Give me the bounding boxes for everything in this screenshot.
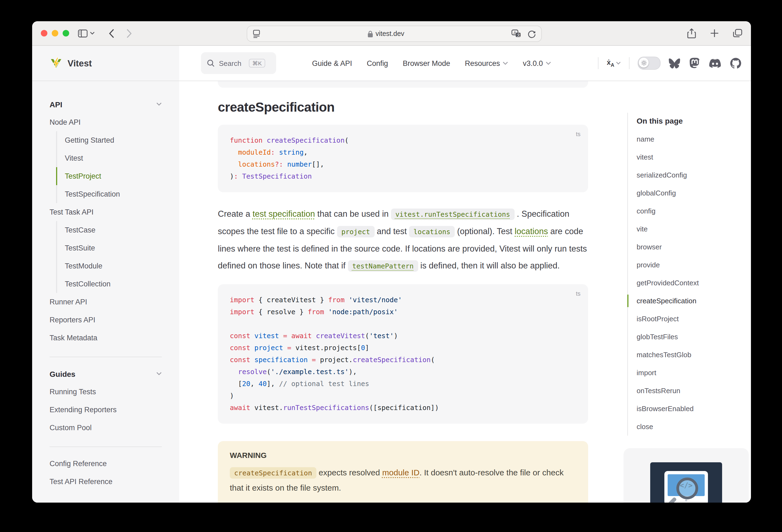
toc-item-onTestsRerun[interactable]: onTestsRerun: [637, 382, 744, 400]
back-button[interactable]: [109, 29, 114, 38]
sidebar-item-testproject[interactable]: TestProject: [56, 167, 162, 185]
toc-item-serializedConfig[interactable]: serializedConfig: [637, 166, 744, 184]
sidebar-item-test-task-api[interactable]: Test Task API: [49, 203, 162, 221]
chevron-down-icon: [503, 61, 508, 65]
warning-callout: WARNING createSpecification expects reso…: [218, 441, 588, 503]
forward-button[interactable]: [126, 29, 132, 38]
sidebar-item-testcase[interactable]: TestCase: [56, 221, 162, 239]
nav-item[interactable]: Browser Mode: [403, 59, 450, 67]
inline-link[interactable]: test specification: [253, 209, 315, 218]
translate-icon: ẋA: [607, 58, 614, 68]
code-lang-badge: ts: [576, 128, 580, 140]
search-icon: [207, 59, 215, 67]
reload-icon[interactable]: [528, 30, 536, 38]
sidebar-group-toggle[interactable]: Guides: [49, 365, 162, 383]
sidebar-item-extending-reporters[interactable]: Extending Reporters: [49, 401, 162, 419]
description-paragraph: Create a test specification that can be …: [218, 205, 588, 275]
sidebar-item-running-tests[interactable]: Running Tests: [49, 383, 162, 401]
search-label: Search: [219, 59, 241, 67]
text-segment: that can be used in: [315, 209, 391, 218]
sidebar-item-runner-api[interactable]: Runner API: [49, 293, 162, 311]
toc-item-globTestFiles[interactable]: globTestFiles: [637, 328, 744, 346]
sidebar-item-custom-pool[interactable]: Custom Pool: [49, 419, 162, 437]
chevron-down-icon: [616, 62, 621, 65]
on-this-page: On this page namevitestserializedConfigg…: [627, 113, 744, 436]
sponsor-ad[interactable]: </>: [624, 448, 749, 503]
close-window-button[interactable]: [41, 30, 47, 36]
toc-item-matchesTestGlob[interactable]: matchesTestGlob: [637, 346, 744, 364]
inline-code: project: [337, 226, 375, 238]
nav-item[interactable]: Config: [367, 59, 388, 67]
mastodon-icon[interactable]: [689, 58, 700, 69]
toc-item-createSpecification[interactable]: createSpecification: [637, 292, 744, 310]
inline-link[interactable]: module ID: [382, 468, 420, 477]
toc-item-import[interactable]: import: [637, 364, 744, 382]
sidebar-item-node-api[interactable]: Node API: [49, 113, 162, 131]
sidebar-chevron-down-icon[interactable]: [90, 32, 95, 35]
sidebar-item-testsuite[interactable]: TestSuite: [56, 239, 162, 257]
sidebar-toggle-icon[interactable]: [78, 29, 88, 37]
chevron-down-icon: [156, 102, 162, 106]
site-logo[interactable]: Vitest: [32, 46, 179, 80]
toc-item-vitest[interactable]: vitest: [637, 148, 744, 166]
sidebar-item-vitest[interactable]: Vitest: [56, 149, 162, 167]
sidebar-item-config-reference[interactable]: Config Reference: [49, 455, 162, 473]
previous-code-block-partial: [218, 81, 588, 88]
toc-item-globalConfig[interactable]: globalConfig: [637, 184, 744, 202]
safari-window: vitest.dev A文 Vitest: [32, 21, 751, 503]
inline-link[interactable]: locations: [514, 226, 548, 236]
toc-item-close[interactable]: close: [637, 418, 744, 436]
text-segment: (optional). Test: [455, 226, 514, 236]
inline-link[interactable]: testNamePattern: [348, 260, 418, 272]
toc-item-isRootProject[interactable]: isRootProject: [637, 310, 744, 328]
minimize-window-button[interactable]: [52, 30, 58, 36]
zoom-window-button[interactable]: [63, 30, 69, 36]
language-menu[interactable]: ẋA: [607, 58, 621, 68]
address-bar[interactable]: vitest.dev A文: [247, 26, 542, 42]
traffic-lights: [41, 30, 69, 36]
new-tab-icon[interactable]: [710, 29, 719, 38]
sidebar-item-test-api-reference[interactable]: Test API Reference: [49, 473, 162, 491]
translate-page-icon[interactable]: A文: [511, 29, 521, 38]
nav-item[interactable]: Guide & API: [312, 59, 352, 67]
nav-item[interactable]: v3.0.0: [523, 59, 551, 67]
toc-item-browser[interactable]: browser: [637, 238, 744, 256]
share-icon[interactable]: [687, 28, 696, 38]
svg-text:文: 文: [517, 33, 520, 37]
chevron-down-icon: [156, 372, 162, 376]
sidebar-item-testmodule[interactable]: TestModule: [56, 257, 162, 275]
tab-overview-icon[interactable]: [733, 29, 742, 38]
search-shortcut: ⌘K: [249, 59, 265, 68]
github-icon[interactable]: [730, 58, 741, 69]
toolbar-right-actions: [687, 28, 742, 38]
sidebar-item-getting-started[interactable]: Getting Started: [56, 131, 162, 149]
doc-content: createSpecification ts function createSp…: [218, 81, 588, 503]
sidebar-item-testcollection[interactable]: TestCollection: [56, 275, 162, 293]
sidebar-item-task-metadata[interactable]: Task Metadata: [49, 329, 162, 347]
text-segment: expects resolved: [316, 468, 382, 477]
sidebar-group-toggle[interactable]: API: [49, 95, 162, 113]
reader-icon[interactable]: [253, 29, 260, 38]
text-segment: Create a: [218, 209, 253, 218]
sidebar-item-reporters-api[interactable]: Reporters API: [49, 311, 162, 329]
sidebar-item-testspecification[interactable]: TestSpecification: [56, 185, 162, 203]
navbar-content: Search ⌘K Guide & APIConfigBrowser ModeR…: [179, 46, 751, 80]
toc-item-config[interactable]: config: [637, 202, 744, 220]
sidebar-nav: APINode APIGetting StartedVitestTestProj…: [32, 81, 179, 503]
toc-item-name[interactable]: name: [637, 130, 744, 148]
url-text: vitest.dev: [376, 30, 404, 38]
divider: [598, 57, 599, 69]
toc-item-isBrowserEnabled[interactable]: isBrowserEnabled: [637, 400, 744, 418]
search-button[interactable]: Search ⌘K: [201, 52, 276, 74]
bluesky-icon[interactable]: [669, 58, 680, 68]
toc-item-getProvidedContext[interactable]: getProvidedContext: [637, 274, 744, 292]
site-navbar: Vitest Search ⌘K Guide & APIConfigBrowse…: [32, 46, 751, 81]
theme-toggle[interactable]: [638, 57, 661, 70]
text-segment: and test: [375, 226, 409, 236]
toc-item-vite[interactable]: vite: [637, 220, 744, 238]
nav-item[interactable]: Resources: [465, 59, 508, 67]
inline-link[interactable]: vitest.runTestSpecifications: [391, 209, 514, 220]
inline-code: locations: [409, 226, 455, 238]
toc-item-provide[interactable]: provide: [637, 256, 744, 274]
discord-icon[interactable]: [709, 59, 721, 68]
